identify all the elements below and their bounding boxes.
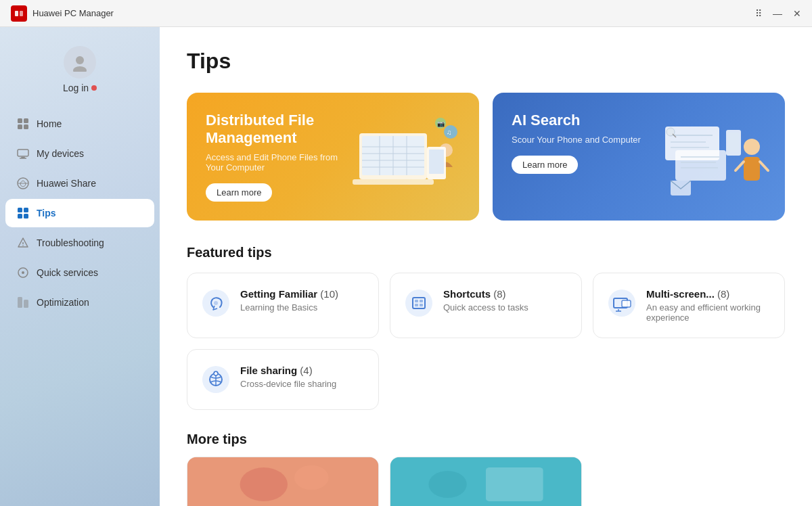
- svg-line-52: [736, 162, 744, 170]
- tip-card-getting-familiar[interactable]: Getting Familiar (10) Learning the Basic…: [187, 273, 379, 338]
- tip-name-getting-familiar: Getting Familiar (10): [240, 288, 338, 300]
- svg-point-20: [22, 271, 24, 274]
- banner-distributed-btn[interactable]: Learn more: [206, 183, 272, 202]
- svg-rect-5: [24, 118, 28, 123]
- svg-text:📷: 📷: [437, 120, 445, 128]
- svg-point-76: [294, 465, 329, 490]
- tip-card-shortcuts[interactable]: Shortcuts (8) Quick access to tasks: [390, 273, 582, 338]
- tip-card-multi-screen[interactable]: Multi-screen... (8) An easy and efficien…: [593, 273, 785, 338]
- sidebar-item-tips-label: Tips: [37, 208, 56, 218]
- featured-tips-row2: File sharing (4) Cross-device file shari…: [187, 349, 785, 410]
- avatar: [64, 46, 96, 78]
- sidebar-item-optimization[interactable]: Optimization: [5, 288, 154, 317]
- svg-point-50: [744, 139, 760, 155]
- more-tip-card-2[interactable]: Windows tips: [390, 457, 582, 506]
- home-icon: [16, 117, 30, 131]
- svg-text:♫: ♫: [447, 129, 452, 136]
- more-tip-thumb-1: [187, 457, 378, 506]
- titlebar-left: Huawei PC Manager: [11, 5, 114, 22]
- sidebar-item-troubleshooting[interactable]: Troubleshooting: [5, 229, 154, 257]
- login-row: Log in: [63, 83, 97, 93]
- sidebar-item-quick-services[interactable]: Quick services: [5, 258, 154, 287]
- banner-ai-desc: Scour Your Phone and Computer: [512, 135, 659, 145]
- tip-info-multi-screen: Multi-screen... (8) An easy and efficien…: [646, 288, 771, 323]
- sidebar-item-tips[interactable]: Tips: [5, 199, 154, 227]
- more-tip-thumb-2: [390, 457, 581, 506]
- svg-point-59: [405, 290, 432, 317]
- sidebar-profile: Log in: [0, 38, 160, 110]
- window-controls: ⠿ — ✕: [755, 8, 801, 19]
- close-button[interactable]: ✕: [793, 8, 801, 19]
- sidebar-item-my-devices-label: My devices: [37, 148, 84, 159]
- login-status-dot: [91, 85, 97, 91]
- svg-rect-32: [353, 179, 434, 185]
- tip-desc-file-sharing: Cross-device file sharing: [240, 379, 336, 389]
- nav-items: Home My devices: [0, 110, 160, 317]
- tip-card-file-sharing[interactable]: File sharing (4) Cross-device file shari…: [187, 349, 379, 410]
- banner-distributed-desc: Access and Edit Phone Files from Your Co…: [206, 152, 353, 172]
- svg-rect-62: [420, 300, 423, 302]
- tip-info-shortcuts: Shortcuts (8) Quick access to tasks: [443, 288, 528, 313]
- multi-screen-icon: [607, 288, 637, 318]
- minimize-button[interactable]: —: [773, 8, 782, 19]
- sidebar-item-troubleshooting-label: Troubleshooting: [37, 237, 104, 248]
- page-title: Tips: [187, 49, 785, 74]
- svg-rect-35: [429, 150, 444, 174]
- sidebar-item-home[interactable]: Home: [5, 110, 154, 138]
- svg-rect-4: [18, 118, 22, 123]
- troubleshooting-icon: [16, 236, 30, 250]
- sidebar-item-huawei-share[interactable]: Huawei Share: [5, 169, 154, 198]
- grid-icon[interactable]: ⠿: [755, 8, 762, 19]
- more-tips-grid: Windows tips: [187, 457, 785, 506]
- tip-desc-getting-familiar: Learning the Basics: [240, 302, 338, 313]
- titlebar: Huawei PC Manager ⠿ — ✕: [0, 0, 812, 27]
- sidebar: Log in Home: [0, 27, 160, 506]
- optimization-icon: [16, 296, 30, 309]
- banner-ai-btn[interactable]: Learn more: [512, 156, 578, 174]
- svg-rect-8: [18, 150, 28, 156]
- sidebar-item-quick-services-label: Quick services: [37, 267, 98, 278]
- shortcuts-icon: [404, 288, 434, 318]
- svg-point-58: [214, 301, 218, 305]
- svg-point-78: [428, 471, 466, 498]
- login-label[interactable]: Log in: [63, 83, 89, 93]
- svg-point-2: [76, 56, 84, 64]
- sidebar-item-my-devices[interactable]: My devices: [5, 139, 154, 168]
- banner-ai-search[interactable]: AI Search Scour Your Phone and Computer …: [493, 93, 785, 221]
- svg-rect-15: [18, 214, 22, 218]
- svg-point-75: [240, 467, 288, 501]
- svg-rect-51: [744, 157, 760, 181]
- svg-rect-0: [15, 11, 18, 16]
- getting-familiar-icon: [201, 288, 231, 318]
- banner-section: Distributed File Management Access and E…: [187, 93, 785, 221]
- svg-rect-7: [24, 124, 28, 129]
- tip-name-multi-screen: Multi-screen... (8): [646, 288, 771, 300]
- more-tip-card-1[interactable]: [187, 457, 379, 506]
- svg-rect-67: [622, 300, 631, 307]
- svg-rect-14: [24, 208, 28, 212]
- banner-ai-title: AI Search: [512, 112, 664, 129]
- svg-point-18: [22, 245, 24, 246]
- tip-desc-shortcuts: Quick access to tasks: [443, 302, 528, 313]
- sidebar-item-optimization-label: Optimization: [37, 297, 89, 308]
- content-area: Tips Distributed File Management Access …: [160, 27, 812, 506]
- svg-rect-63: [415, 304, 418, 306]
- quick-services-icon: [16, 266, 30, 279]
- svg-rect-16: [24, 214, 28, 218]
- svg-line-53: [760, 162, 768, 170]
- tip-info-getting-familiar: Getting Familiar (10) Learning the Basic…: [240, 288, 338, 313]
- tips-icon: [16, 206, 30, 220]
- banner-distributed-file[interactable]: Distributed File Management Access and E…: [187, 93, 479, 221]
- app-title: Huawei PC Manager: [32, 8, 114, 18]
- svg-rect-21: [18, 297, 22, 308]
- svg-rect-13: [18, 208, 22, 212]
- svg-rect-6: [18, 124, 22, 129]
- banner-ai-illustration: [647, 93, 778, 221]
- svg-rect-61: [415, 300, 418, 302]
- app-logo: [11, 5, 27, 22]
- tip-desc-multi-screen: An easy and efficient working experience: [646, 302, 771, 323]
- featured-tips-title: Featured tips: [187, 245, 785, 260]
- sidebar-item-huawei-share-label: Huawei Share: [37, 178, 96, 189]
- tip-info-file-sharing: File sharing (4) Cross-device file shari…: [240, 365, 336, 389]
- tip-name-file-sharing: File sharing (4): [240, 365, 336, 376]
